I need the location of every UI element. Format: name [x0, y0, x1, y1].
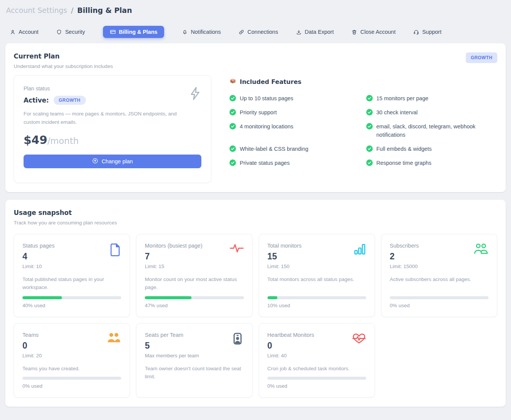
link-icon: [239, 29, 244, 35]
percent-used-label: 0% used: [22, 383, 121, 389]
card-title: Heartbeat Monitors: [267, 332, 366, 338]
percent-used-label: 47% used: [145, 303, 244, 308]
card-description: Monitor count on your most active status…: [145, 276, 244, 292]
pulse-icon: [229, 243, 244, 255]
breadcrumb-section[interactable]: Account Settings: [6, 6, 67, 14]
tab-account[interactable]: Account: [10, 26, 38, 38]
settings-tabbar: Account Security Billing & Plans Notific…: [6, 26, 505, 38]
usage-card-status-pages: Status pages 4 Limit: 10 Total published…: [14, 234, 130, 317]
card-description: Teams you have created.: [22, 365, 121, 373]
card-limit: Limit: 40: [267, 353, 366, 358]
file-icon: [109, 243, 121, 259]
feature-item: 15 monitors per page: [366, 94, 498, 103]
card-value: 0: [267, 341, 366, 351]
users-outline-icon: [473, 243, 489, 256]
features-grid: Up to 10 status pages 15 monitors per pa…: [229, 94, 497, 167]
progress-bar: [267, 377, 366, 380]
usage-card-heartbeat-monitors: Heartbeat Monitors 0 Limit: 40 Cron job …: [259, 323, 375, 398]
shield-icon: [56, 29, 62, 35]
card-description: Total monitors across all status pages.: [267, 276, 366, 284]
download-icon: [296, 29, 302, 35]
tab-security[interactable]: Security: [56, 26, 85, 38]
change-plan-button[interactable]: Change plan: [24, 155, 201, 168]
tab-support[interactable]: Support: [413, 26, 441, 38]
tab-label: Notifications: [191, 29, 221, 35]
percent-used-label: 0% used: [390, 303, 489, 308]
upgrade-circle-icon: [92, 158, 98, 165]
usage-grid: Status pages 4 Limit: 10 Total published…: [14, 234, 497, 398]
feature-item: Response time graphs: [366, 159, 498, 167]
tab-label: Account: [19, 29, 38, 35]
usage-card-teams: Teams 0 Limit: 20 Teams you have created…: [14, 323, 130, 398]
included-features: Included Features Up to 10 status pages …: [229, 75, 497, 167]
tab-label: Data Export: [305, 29, 334, 35]
card-title: Total monitors: [267, 243, 366, 249]
card-limit: Limit: 15000: [390, 264, 489, 269]
tab-billing-plans[interactable]: Billing & Plans: [103, 26, 165, 38]
feature-item: email, slack, discord, telegram, webhook…: [366, 122, 498, 139]
price-line: $49/month: [24, 133, 201, 147]
page-title: Billing & Plan: [77, 6, 132, 14]
card-value: 7: [145, 251, 244, 262]
trash-icon: [351, 29, 357, 35]
tab-connections[interactable]: Connections: [239, 26, 278, 38]
user-icon: [10, 29, 16, 35]
usage-card-subscribers: Subscribers 2 Limit: 15000 Active subscr…: [381, 234, 497, 317]
tab-notifications[interactable]: Notifications: [182, 26, 221, 38]
package-icon: [229, 77, 236, 86]
tab-label: Connections: [247, 29, 278, 35]
change-plan-label: Change plan: [101, 158, 133, 164]
features-title: Included Features: [240, 78, 301, 85]
progress-bar: [22, 296, 121, 299]
users-filled-icon: [107, 332, 121, 345]
card-title: Status pages: [22, 243, 121, 249]
current-plan-subtitle: Understand what your subscription includ…: [14, 63, 113, 69]
breadcrumb-separator: /: [71, 6, 73, 14]
card-value: 15: [267, 251, 366, 262]
card-limit: Limit: 150: [267, 264, 366, 269]
progress-bar: [145, 296, 244, 299]
progress-bar: [22, 377, 121, 380]
card-description: Cron job & scheduled task monitors.: [267, 365, 366, 373]
credit-card-icon: [110, 29, 116, 35]
tab-close-account[interactable]: Close Account: [351, 26, 396, 38]
current-plan-title: Current Plan: [14, 52, 113, 60]
feature-item: Up to 10 status pages: [229, 94, 361, 103]
card-title: Monitors (busiest page): [145, 243, 244, 249]
card-title: Teams: [22, 332, 121, 338]
tab-label: Close Account: [360, 29, 396, 35]
percent-used-label: 40% used: [22, 303, 121, 308]
feature-item: 30 check interval: [366, 108, 498, 117]
tab-label: Security: [65, 29, 85, 35]
card-description: Team owner doesn't count toward the seat…: [145, 365, 244, 381]
usage-card-monitors-busiest: Monitors (busiest page) 7 Limit: 15 Moni…: [136, 234, 252, 317]
card-limit: Limit: 20: [22, 353, 121, 358]
plan-period: /month: [47, 136, 79, 146]
percent-used-label: 0% used: [267, 383, 366, 389]
headset-icon: [413, 29, 419, 35]
usage-subtitle: Track how you are consuming plan resourc…: [14, 220, 117, 226]
tab-data-export[interactable]: Data Export: [296, 26, 334, 38]
card-limit: Max members per team: [145, 353, 244, 358]
progress-bar: [390, 296, 489, 299]
plan-description: For scaling teams — more pages & monitor…: [24, 110, 179, 126]
plan-price: $49: [24, 133, 47, 147]
card-value: 0: [22, 341, 121, 351]
feature-item: Priority support: [229, 108, 361, 117]
feature-item: White-label & CSS branding: [229, 145, 361, 153]
plan-row: Plan status Active: GROWTH For scaling t…: [14, 75, 497, 183]
plan-status-card: Plan status Active: GROWTH For scaling t…: [14, 75, 211, 183]
usage-title: Usage snapshot: [14, 209, 117, 216]
usage-card-total-monitors: Total monitors 15 Limit: 150 Total monit…: [259, 234, 375, 317]
card-description: Active subscribers across all pages.: [390, 276, 489, 284]
tab-label: Support: [422, 29, 441, 35]
feature-item: Private status pages: [229, 159, 361, 167]
card-value: 4: [22, 251, 121, 262]
card-limit: Limit: 10: [22, 264, 121, 269]
card-value: 5: [145, 341, 244, 351]
id-badge-icon: [231, 332, 244, 347]
breadcrumb: Account Settings / Billing & Plan: [0, 0, 511, 14]
lightning-icon: [188, 85, 203, 104]
heart-pulse-icon: [352, 332, 366, 346]
plan-active-text: Active:: [24, 96, 49, 104]
